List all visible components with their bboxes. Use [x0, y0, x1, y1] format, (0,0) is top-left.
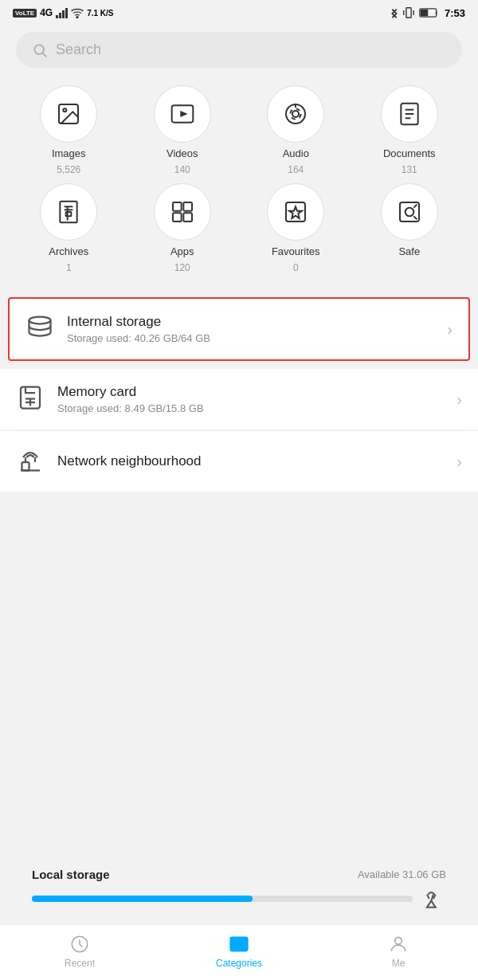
network-neighbourhood-text: Network neighbourhood [57, 453, 456, 469]
battery-icon: 35 [419, 7, 440, 18]
archives-count: 1 [66, 262, 72, 273]
videos-icon [170, 101, 195, 127]
apps-count: 120 [174, 262, 190, 273]
svg-point-36 [29, 317, 51, 324]
documents-count: 131 [402, 164, 417, 175]
svg-line-43 [427, 895, 429, 899]
category-safe[interactable]: Safe [357, 183, 463, 273]
videos-label: Videos [167, 147, 198, 159]
category-videos[interactable]: Videos 140 [130, 85, 236, 175]
svg-rect-25 [66, 212, 72, 216]
favourites-icon [283, 199, 308, 225]
svg-text:35: 35 [421, 10, 428, 16]
signal-bars [56, 8, 68, 18]
memory-card-title: Memory card [57, 384, 456, 400]
safe-label: Safe [398, 245, 420, 257]
internal-storage-subtitle: Storage used: 40.26 GB/64 GB [67, 332, 447, 344]
category-grid: Images 5,526 Videos 140 Audio 164 Docume… [0, 77, 478, 289]
vibrate-icon [403, 6, 414, 19]
audio-icon-circle [267, 85, 324, 143]
storage-header: Local storage Available 31.06 GB [32, 868, 446, 881]
chevron-right-icon: › [456, 390, 462, 409]
documents-label: Documents [383, 147, 436, 159]
nav-recent[interactable]: Recent [48, 934, 112, 969]
category-images[interactable]: Images 5,526 [16, 85, 122, 175]
audio-icon [283, 101, 308, 127]
images-icon-circle [40, 85, 97, 143]
svg-marker-31 [289, 206, 302, 218]
bottom-nav: Recent Categories Me [0, 924, 478, 980]
apps-icon-circle [154, 183, 211, 241]
svg-point-47 [395, 937, 402, 944]
chevron-right-icon: › [447, 320, 453, 339]
images-label: Images [52, 147, 86, 159]
category-archives[interactable]: Archives 1 [16, 183, 122, 273]
images-count: 5,526 [57, 164, 80, 175]
status-right: 35 7:53 [390, 6, 465, 19]
wifi-icon [71, 7, 84, 18]
database-icon [25, 313, 54, 342]
memory-card-subtitle: Storage used: 8.49 GB/15.8 GB [57, 402, 456, 414]
network-speed: 7.1 K/S [87, 9, 113, 18]
safe-icon-circle [381, 183, 438, 241]
category-audio[interactable]: Audio 164 [243, 85, 349, 175]
category-apps[interactable]: Apps 120 [130, 183, 236, 273]
chevron-right-icon: › [456, 453, 462, 471]
safe-icon [397, 199, 422, 225]
volte-badge: VoLTE [13, 9, 37, 18]
broom-icon[interactable] [421, 886, 446, 911]
internal-storage-title: Internal storage [67, 314, 447, 330]
documents-icon [397, 101, 422, 127]
storage-bar-background [32, 896, 413, 902]
search-icon [32, 42, 48, 58]
storage-bar-fill [32, 896, 253, 902]
me-icon [388, 934, 409, 955]
nav-categories[interactable]: Categories [207, 934, 271, 969]
time: 7:53 [445, 7, 465, 19]
status-left: VoLTE 4G 7.1 K/S [13, 7, 114, 18]
favourites-count: 0 [293, 262, 299, 273]
svg-rect-41 [22, 462, 29, 471]
internal-storage-item[interactable]: Internal storage Storage used: 40.26 GB/… [8, 297, 470, 361]
favourites-label: Favourites [272, 245, 320, 257]
storage-available: Available 31.06 GB [358, 868, 446, 880]
documents-icon-circle [381, 85, 438, 143]
status-bar: VoLTE 4G 7.1 K/S [0, 0, 478, 22]
svg-line-8 [43, 53, 47, 57]
memory-card-text: Memory card Storage used: 8.49 GB/15.8 G… [57, 384, 456, 414]
local-storage-label: Local storage [32, 868, 110, 881]
archives-icon [56, 199, 81, 225]
svg-rect-26 [173, 202, 182, 211]
videos-icon-circle [154, 85, 211, 143]
svg-point-0 [76, 17, 78, 18]
network-icon [16, 445, 45, 477]
internal-storage-icon [25, 313, 54, 345]
svg-line-35 [413, 216, 417, 219]
archives-label: Archives [49, 245, 88, 257]
category-documents[interactable]: Documents 131 [357, 85, 463, 175]
nav-recent-label: Recent [65, 958, 95, 969]
internal-storage-text: Internal storage Storage used: 40.26 GB/… [67, 314, 447, 344]
apps-label: Apps [170, 245, 194, 257]
nav-categories-label: Categories [216, 958, 262, 969]
svg-rect-29 [183, 213, 192, 221]
svg-rect-46 [230, 937, 248, 951]
category-favourites[interactable]: Favourites 0 [243, 183, 349, 273]
categories-icon [229, 934, 249, 955]
simcard-icon [16, 383, 45, 412]
memory-card-icon [16, 383, 45, 415]
nav-me[interactable]: Me [366, 934, 430, 969]
nav-me-label: Me [392, 958, 406, 969]
recent-icon [69, 934, 90, 955]
svg-point-33 [405, 208, 413, 217]
svg-line-34 [413, 205, 417, 208]
network-neighbourhood-title: Network neighbourhood [57, 453, 456, 469]
network-neighbourhood-item[interactable]: Network neighbourhood › [0, 431, 478, 492]
svg-point-14 [292, 111, 299, 117]
memory-card-item[interactable]: Memory card Storage used: 8.49 GB/15.8 G… [0, 369, 478, 429]
search-bar[interactable]: Search [16, 32, 462, 68]
favourites-icon-circle [267, 183, 324, 241]
network-neighbourhood-icon [16, 445, 45, 474]
svg-marker-12 [180, 111, 187, 117]
svg-rect-28 [173, 213, 182, 221]
